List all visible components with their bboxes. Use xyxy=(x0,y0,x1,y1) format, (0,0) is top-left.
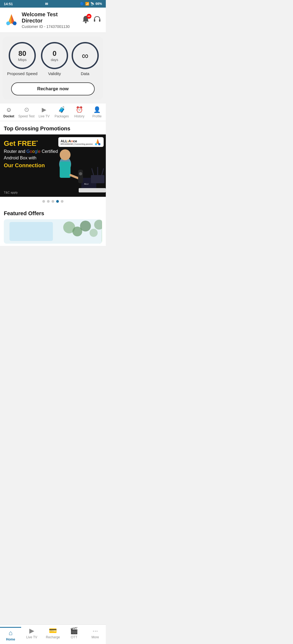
docket-icon: ☺ xyxy=(6,106,12,113)
validity-label: Validity xyxy=(48,71,61,76)
profile-icon: 👤 xyxy=(93,106,101,113)
speed-unit: Mbps xyxy=(18,58,27,62)
dot-0[interactable] xyxy=(42,200,45,203)
featured-offers-section: Featured Offers xyxy=(0,206,106,246)
speedometer-icon: ⊙ xyxy=(24,106,29,113)
validity-circle: 0 days xyxy=(41,42,68,69)
dot-2[interactable] xyxy=(52,200,54,203)
status-time: 14:51 xyxy=(4,2,13,6)
recharge-button[interactable]: Recharge now xyxy=(11,82,95,95)
tab-profile[interactable]: 👤 Profile xyxy=(88,106,106,118)
featured-offer-preview[interactable] xyxy=(4,219,102,244)
carousel-dots xyxy=(0,197,106,206)
bluetooth-icon: 🔵 xyxy=(80,2,84,6)
svg-point-28 xyxy=(80,221,91,231)
tab-speed-test[interactable]: ⊙ Speed Test xyxy=(18,106,35,118)
data-circle-item: ∞ Data xyxy=(72,42,99,76)
info-card: 80 Mbps Proposed Speed 0 days Validity ∞… xyxy=(3,37,103,100)
status-mail-icon: ✉ xyxy=(45,2,48,6)
app-logo xyxy=(4,13,18,27)
svg-point-4 xyxy=(85,22,87,23)
tab-packages[interactable]: 🧳 Packages xyxy=(53,106,71,118)
nav-tabs: ☺ Docket ⊙ Speed Test ▶ Live TV 🧳 Packag… xyxy=(0,104,106,121)
dot-3[interactable] xyxy=(56,200,59,203)
tab-history[interactable]: ⏰ History xyxy=(71,106,88,118)
dot-4[interactable] xyxy=(61,200,63,203)
tab-docket[interactable]: ☺ Docket xyxy=(0,106,18,118)
battery-text: 66% xyxy=(95,2,102,6)
promo-description: Router and Google Certified Android Box … xyxy=(4,148,102,161)
asterisk: * xyxy=(36,140,38,144)
speed-value: 80 xyxy=(18,49,26,58)
svg-rect-6 xyxy=(99,19,100,22)
header-info: Welcome Test Director Customer ID - 1743… xyxy=(22,11,78,29)
svg-point-29 xyxy=(90,229,98,237)
svg-point-2 xyxy=(6,21,10,25)
data-label: Data xyxy=(81,71,90,76)
header-icons: 65 xyxy=(81,15,101,25)
header: Welcome Test Director Customer ID - 1743… xyxy=(0,8,106,33)
featured-offer-image xyxy=(4,219,102,244)
speed-label: Proposed Speed xyxy=(7,71,37,76)
promo-banner[interactable]: ALLiAnce BROADBAND | Connecting passion … xyxy=(0,134,106,197)
promo-text: Get FREE* Router and Google Certified An… xyxy=(0,134,106,197)
status-icons: 🔵 📶 📡 66% xyxy=(80,2,102,6)
history-icon: ⏰ xyxy=(76,106,83,113)
wifi-icon: 📶 xyxy=(85,2,89,6)
headset-icon[interactable] xyxy=(93,15,101,25)
data-circle: ∞ xyxy=(72,42,99,69)
speed-circle-item: 80 Mbps Proposed Speed xyxy=(7,42,37,76)
validity-unit: days xyxy=(51,58,58,62)
packages-icon: 🧳 xyxy=(58,106,65,113)
svg-point-3 xyxy=(13,21,17,25)
featured-offers-title: Featured Offers xyxy=(0,206,106,219)
stats-circles: 80 Mbps Proposed Speed 0 days Validity ∞… xyxy=(5,42,100,76)
svg-rect-25 xyxy=(9,222,53,241)
top-grossing-section: Top Grossing Promotions ALLiAnce BROADBA… xyxy=(0,121,106,206)
validity-circle-item: 0 days Validity xyxy=(41,42,68,76)
customer-id: Customer ID - 17437001130 xyxy=(22,24,78,29)
tab-live-tv[interactable]: ▶ Live TV xyxy=(35,106,53,118)
welcome-text: Welcome Test Director xyxy=(22,11,78,24)
status-bar: 14:51 ✉ 🔵 📶 📡 66% xyxy=(0,0,106,8)
dot-1[interactable] xyxy=(47,200,50,203)
svg-rect-5 xyxy=(94,19,95,22)
promo-our-connection: Our Connection xyxy=(4,162,102,169)
signal-icon: 📡 xyxy=(90,2,94,6)
speed-circle: 80 Mbps xyxy=(9,42,36,69)
validity-value: 0 xyxy=(53,49,56,58)
infinity-icon: ∞ xyxy=(82,50,88,61)
top-grossing-title: Top Grossing Promotions xyxy=(0,121,106,134)
notification-badge: 65 xyxy=(87,14,91,19)
play-icon: ▶ xyxy=(42,106,46,113)
notification-bell[interactable]: 65 xyxy=(81,15,90,25)
promo-free-text: Get FREE* xyxy=(4,139,102,148)
